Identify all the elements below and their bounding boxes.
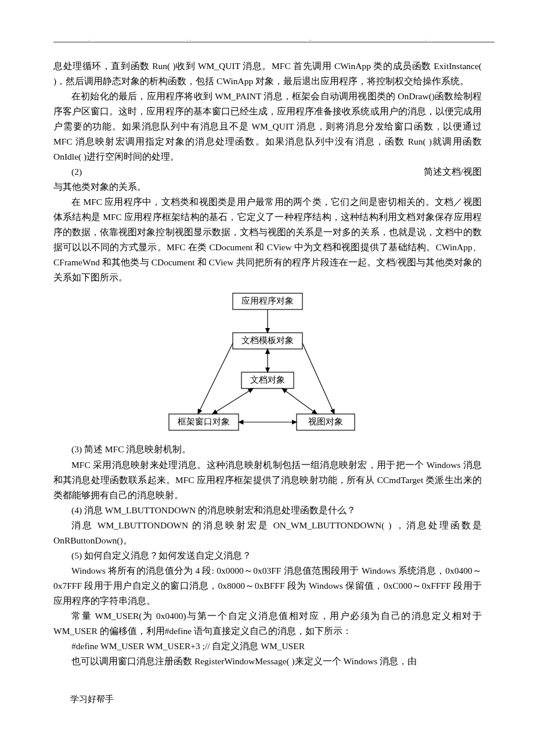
paragraph-2: 在初始化的最后，应用程序将收到 WM_PAINT 消息，框架会自动调用视图类的 …: [53, 89, 482, 164]
relationship-diagram: 应用程序对象 文档模板对象 文档对象 框架窗口对象 视图对象: [53, 290, 482, 441]
paragraph-4: MFC 采用消息映射来处理消息。这种消息映射机制包括一组消息映射宏，用于把一个 …: [53, 458, 482, 503]
svg-line-9: [198, 343, 233, 414]
diagram-node-view: 视图对象: [308, 417, 343, 427]
svg-line-10: [302, 343, 334, 414]
question-3: (3) 简述 MFC 消息映射机制。: [53, 442, 482, 457]
document-page: . . . .. . 息处理循环，直到函数 Run( )收到 WM_QUIT 消…: [0, 0, 534, 741]
paragraph-1: 息处理循环，直到函数 Run( )收到 WM_QUIT 消息。MFC 首先调用 …: [53, 59, 482, 89]
paragraph-8: 也可以调用窗口消息注册函数 RegisterWindowMessage( )来定…: [53, 654, 482, 669]
question-5: (5) 如何自定义消息？如何发送自定义消息？: [53, 548, 482, 563]
question-2: (2) 简述文档/视图: [53, 164, 482, 179]
diagram-node-template: 文档模板对象: [241, 336, 294, 345]
diagram-node-app: 应用程序对象: [241, 297, 294, 306]
code-line: #define WM_USER WM_USER+3 ;// 自定义消息 WM_U…: [53, 639, 482, 654]
question-4: (4) 消息 WM_LBUTTONDOWN 的消息映射宏和消息处理函数是什么？: [53, 503, 482, 518]
svg-line-12: [282, 388, 317, 414]
question-2-cont: 与其他类对象的关系。: [53, 179, 482, 195]
paragraph-5: 消息 WM_LBUTTONDOWN 的消息映射宏是 ON_WM_LBUTTOND…: [53, 518, 482, 548]
diagram-node-frame: 框架窗口对象: [178, 417, 230, 427]
question-2-tail: 简述文档/视图: [406, 164, 482, 179]
paragraph-7: 常量 WM_USER(为 0x0400)与第一个自定义消息值相对应，用户必须为自…: [53, 609, 482, 639]
paragraph-6: Windows 将所有的消息值分为 4 段: 0x0000～0x03FF 消息值…: [53, 563, 482, 609]
paragraph-3: 在 MFC 应用程序中，文档类和视图类是用户最常用的两个类，它们之间是密切相关的…: [53, 195, 482, 285]
header-rule: . . . .. .: [53, 36, 495, 42]
question-2-num: (2): [53, 164, 82, 179]
page-footer: 学习好帮手: [53, 692, 482, 706]
svg-line-11: [212, 388, 253, 414]
diagram-node-doc: 文档对象: [250, 376, 285, 385]
